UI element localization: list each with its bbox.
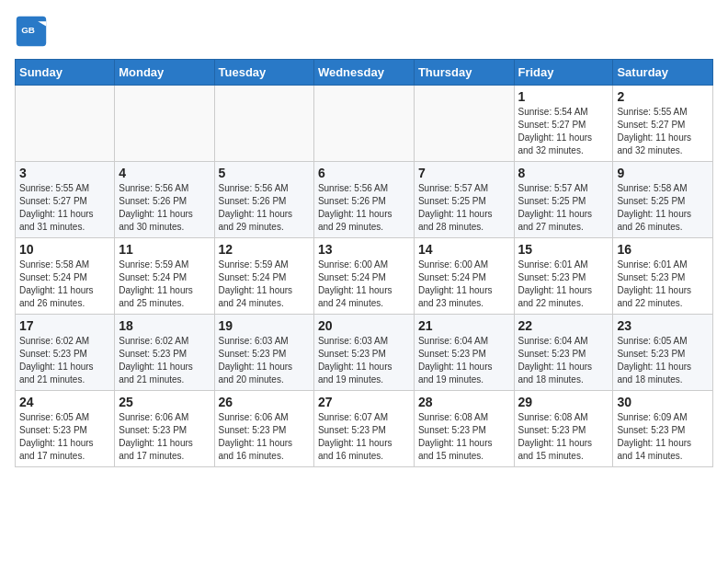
day-detail: Sunrise: 5:58 AM Sunset: 5:24 PM Dayligh… <box>19 259 110 310</box>
day-detail: Sunrise: 6:09 AM Sunset: 5:23 PM Dayligh… <box>617 411 709 463</box>
day-header-sunday: Sunday <box>16 60 115 86</box>
day-detail: Sunrise: 5:59 AM Sunset: 5:24 PM Dayligh… <box>219 259 310 310</box>
day-header-monday: Monday <box>115 60 214 86</box>
calendar-table: SundayMondayTuesdayWednesdayThursdayFrid… <box>15 59 713 467</box>
week-row-1: 1Sunrise: 5:54 AM Sunset: 5:27 PM Daylig… <box>16 86 713 162</box>
day-detail: Sunrise: 6:07 AM Sunset: 5:23 PM Dayligh… <box>318 411 410 463</box>
day-detail: Sunrise: 5:55 AM Sunset: 5:27 PM Dayligh… <box>617 106 709 157</box>
day-number: 5 <box>219 166 310 180</box>
day-cell: 14Sunrise: 6:00 AM Sunset: 5:24 PM Dayli… <box>414 238 514 315</box>
day-detail: Sunrise: 6:01 AM Sunset: 5:23 PM Dayligh… <box>518 259 609 310</box>
day-number: 27 <box>318 395 410 409</box>
logo: GB <box>15 15 51 48</box>
week-row-2: 3Sunrise: 5:55 AM Sunset: 5:27 PM Daylig… <box>16 162 713 238</box>
day-number: 23 <box>617 318 709 333</box>
day-cell <box>414 86 514 162</box>
day-number: 29 <box>518 395 609 409</box>
day-cell: 3Sunrise: 5:55 AM Sunset: 5:27 PM Daylig… <box>16 162 115 238</box>
day-cell: 24Sunrise: 6:05 AM Sunset: 5:23 PM Dayli… <box>16 391 115 467</box>
day-cell: 29Sunrise: 6:08 AM Sunset: 5:23 PM Dayli… <box>514 391 613 467</box>
day-cell: 17Sunrise: 6:02 AM Sunset: 5:23 PM Dayli… <box>16 315 115 391</box>
day-number: 3 <box>19 166 110 180</box>
day-cell <box>214 86 313 162</box>
day-cell <box>313 86 414 162</box>
day-detail: Sunrise: 6:05 AM Sunset: 5:23 PM Dayligh… <box>19 411 110 463</box>
day-number: 28 <box>418 395 510 409</box>
day-cell <box>115 86 214 162</box>
day-cell: 2Sunrise: 5:55 AM Sunset: 5:27 PM Daylig… <box>613 86 713 162</box>
day-number: 2 <box>617 89 709 104</box>
day-header-friday: Friday <box>514 60 613 86</box>
day-cell: 6Sunrise: 5:56 AM Sunset: 5:26 PM Daylig… <box>313 162 414 238</box>
day-detail: Sunrise: 5:57 AM Sunset: 5:25 PM Dayligh… <box>518 182 609 234</box>
day-cell: 30Sunrise: 6:09 AM Sunset: 5:23 PM Dayli… <box>613 391 713 467</box>
day-number: 1 <box>518 89 609 104</box>
day-cell <box>16 86 115 162</box>
day-detail: Sunrise: 5:54 AM Sunset: 5:27 PM Dayligh… <box>518 106 609 157</box>
day-cell: 8Sunrise: 5:57 AM Sunset: 5:25 PM Daylig… <box>514 162 613 238</box>
day-cell: 23Sunrise: 6:05 AM Sunset: 5:23 PM Dayli… <box>613 315 713 391</box>
day-number: 12 <box>219 242 310 257</box>
day-cell: 1Sunrise: 5:54 AM Sunset: 5:27 PM Daylig… <box>514 86 613 162</box>
day-detail: Sunrise: 6:02 AM Sunset: 5:23 PM Dayligh… <box>119 335 210 386</box>
day-header-tuesday: Tuesday <box>214 60 313 86</box>
day-cell: 5Sunrise: 5:56 AM Sunset: 5:26 PM Daylig… <box>214 162 313 238</box>
day-detail: Sunrise: 6:04 AM Sunset: 5:23 PM Dayligh… <box>518 335 609 386</box>
day-cell: 13Sunrise: 6:00 AM Sunset: 5:24 PM Dayli… <box>313 238 414 315</box>
day-number: 19 <box>219 318 310 333</box>
day-number: 11 <box>119 242 210 257</box>
day-detail: Sunrise: 6:03 AM Sunset: 5:23 PM Dayligh… <box>219 335 310 386</box>
day-detail: Sunrise: 5:55 AM Sunset: 5:27 PM Dayligh… <box>19 182 110 234</box>
calendar-header-row: SundayMondayTuesdayWednesdayThursdayFrid… <box>16 60 713 86</box>
day-number: 6 <box>318 166 410 180</box>
day-cell: 25Sunrise: 6:06 AM Sunset: 5:23 PM Dayli… <box>115 391 214 467</box>
day-number: 30 <box>617 395 709 409</box>
day-detail: Sunrise: 5:57 AM Sunset: 5:25 PM Dayligh… <box>418 182 510 234</box>
page-header: GB <box>15 15 713 48</box>
day-detail: Sunrise: 6:03 AM Sunset: 5:23 PM Dayligh… <box>318 335 410 386</box>
day-cell: 15Sunrise: 6:01 AM Sunset: 5:23 PM Dayli… <box>514 238 613 315</box>
week-row-3: 10Sunrise: 5:58 AM Sunset: 5:24 PM Dayli… <box>16 238 713 315</box>
day-cell: 18Sunrise: 6:02 AM Sunset: 5:23 PM Dayli… <box>115 315 214 391</box>
day-cell: 27Sunrise: 6:07 AM Sunset: 5:23 PM Dayli… <box>313 391 414 467</box>
day-number: 10 <box>19 242 110 257</box>
day-detail: Sunrise: 6:05 AM Sunset: 5:23 PM Dayligh… <box>617 335 709 386</box>
day-number: 20 <box>318 318 410 333</box>
day-detail: Sunrise: 6:00 AM Sunset: 5:24 PM Dayligh… <box>318 259 410 310</box>
day-detail: Sunrise: 6:06 AM Sunset: 5:23 PM Dayligh… <box>219 411 310 463</box>
day-cell: 21Sunrise: 6:04 AM Sunset: 5:23 PM Dayli… <box>414 315 514 391</box>
day-cell: 26Sunrise: 6:06 AM Sunset: 5:23 PM Dayli… <box>214 391 313 467</box>
day-detail: Sunrise: 6:00 AM Sunset: 5:24 PM Dayligh… <box>418 259 510 310</box>
day-header-saturday: Saturday <box>613 60 713 86</box>
day-detail: Sunrise: 6:04 AM Sunset: 5:23 PM Dayligh… <box>418 335 510 386</box>
day-number: 26 <box>219 395 310 409</box>
day-number: 21 <box>418 318 510 333</box>
day-header-wednesday: Wednesday <box>313 60 414 86</box>
day-cell: 10Sunrise: 5:58 AM Sunset: 5:24 PM Dayli… <box>16 238 115 315</box>
day-cell: 22Sunrise: 6:04 AM Sunset: 5:23 PM Dayli… <box>514 315 613 391</box>
day-number: 13 <box>318 242 410 257</box>
day-detail: Sunrise: 6:08 AM Sunset: 5:23 PM Dayligh… <box>418 411 510 463</box>
day-number: 25 <box>119 395 210 409</box>
logo-icon: GB <box>15 15 48 48</box>
day-detail: Sunrise: 6:02 AM Sunset: 5:23 PM Dayligh… <box>19 335 110 386</box>
day-number: 17 <box>19 318 110 333</box>
day-number: 18 <box>119 318 210 333</box>
svg-text:GB: GB <box>21 25 35 35</box>
day-number: 4 <box>119 166 210 180</box>
day-detail: Sunrise: 5:59 AM Sunset: 5:24 PM Dayligh… <box>119 259 210 310</box>
week-row-4: 17Sunrise: 6:02 AM Sunset: 5:23 PM Dayli… <box>16 315 713 391</box>
day-detail: Sunrise: 5:58 AM Sunset: 5:25 PM Dayligh… <box>617 182 709 234</box>
day-number: 15 <box>518 242 609 257</box>
day-detail: Sunrise: 6:01 AM Sunset: 5:23 PM Dayligh… <box>617 259 709 310</box>
day-cell: 20Sunrise: 6:03 AM Sunset: 5:23 PM Dayli… <box>313 315 414 391</box>
day-cell: 28Sunrise: 6:08 AM Sunset: 5:23 PM Dayli… <box>414 391 514 467</box>
day-cell: 16Sunrise: 6:01 AM Sunset: 5:23 PM Dayli… <box>613 238 713 315</box>
day-number: 8 <box>518 166 609 180</box>
day-detail: Sunrise: 5:56 AM Sunset: 5:26 PM Dayligh… <box>219 182 310 234</box>
day-detail: Sunrise: 6:08 AM Sunset: 5:23 PM Dayligh… <box>518 411 609 463</box>
day-number: 9 <box>617 166 709 180</box>
day-cell: 9Sunrise: 5:58 AM Sunset: 5:25 PM Daylig… <box>613 162 713 238</box>
day-number: 24 <box>19 395 110 409</box>
day-detail: Sunrise: 5:56 AM Sunset: 5:26 PM Dayligh… <box>318 182 410 234</box>
